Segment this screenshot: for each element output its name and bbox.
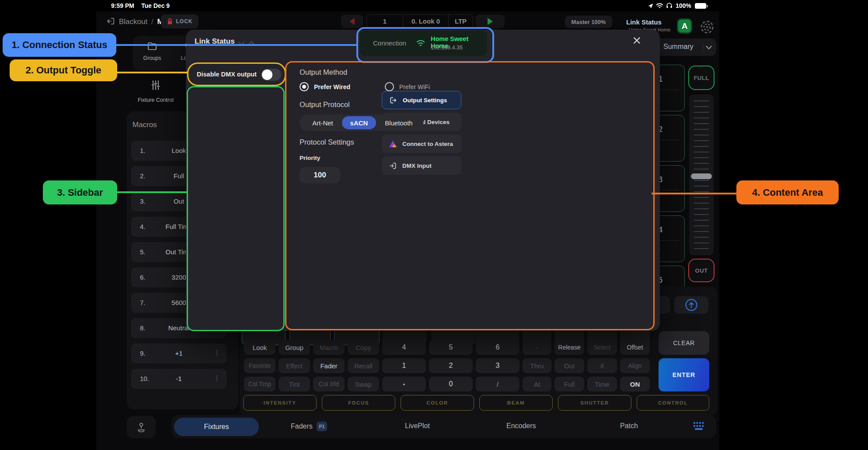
key-slash[interactable]: / [476, 377, 519, 391]
exit-show-icon[interactable] [106, 17, 115, 26]
macro-row[interactable]: 10.-1⋮ [131, 369, 227, 389]
attr-focus-button[interactable]: FOCUS [322, 395, 395, 411]
playback-cue-bar[interactable]: 1 0. Look 0 LTP [366, 14, 473, 28]
reverse-icon [349, 18, 355, 25]
radio-prefer-wifi[interactable]: Prefer WiFi [385, 82, 430, 91]
shift-button[interactable] [674, 296, 708, 314]
key-1[interactable]: 1 [382, 358, 426, 373]
dmx-toggle-row[interactable]: Disable DMX output [191, 65, 284, 84]
key-on[interactable]: ON [620, 377, 650, 391]
key-tint[interactable]: Tint [279, 377, 310, 391]
tab-fixtures[interactable]: Fixtures [174, 418, 259, 436]
dmx-input-icon [389, 162, 397, 170]
key-full[interactable]: Full [554, 377, 584, 391]
key-2[interactable]: 2 [429, 358, 473, 373]
summary-dropdown[interactable]: Summary [654, 38, 716, 56]
fader-out-button[interactable]: OUT [688, 259, 715, 282]
joystick-button[interactable] [127, 416, 156, 438]
protocol-bluetooth[interactable]: Bluetooth [379, 114, 419, 131]
key-4[interactable]: 4 [382, 340, 426, 355]
wifi-green-icon [415, 38, 426, 48]
protocol-sacn[interactable]: sACN [342, 116, 376, 129]
key-look[interactable]: Look [244, 340, 275, 355]
key-5[interactable]: 5 [429, 340, 473, 355]
enter-button[interactable]: ENTER [659, 358, 709, 391]
key-fader[interactable]: Fader [313, 358, 345, 373]
priority-label: Priority [300, 155, 320, 161]
attr-intensity-button[interactable]: INTENSITY [243, 395, 317, 411]
tab-encoders[interactable]: Encoders [506, 422, 536, 430]
key-6[interactable]: 6 [476, 340, 519, 355]
attr-shutter-button[interactable]: SHUTTER [558, 395, 631, 411]
key-align[interactable]: Align [620, 358, 650, 373]
key-out[interactable]: Out [554, 358, 584, 373]
radio-prefer-wired[interactable]: Prefer Wired [300, 82, 350, 91]
key-thru[interactable]: Thru [523, 358, 551, 373]
key-if[interactable]: if [587, 358, 617, 373]
key-col-tmp[interactable]: Col Tmp [244, 377, 275, 391]
key-effect[interactable]: Effect [279, 358, 310, 373]
master-button[interactable]: Master 100% [565, 16, 612, 28]
key-offset[interactable]: Offset [620, 340, 650, 355]
fader-full-button[interactable]: FULL [688, 66, 715, 90]
priority-input[interactable]: 100 [300, 167, 340, 183]
key-swap[interactable]: Swap [348, 377, 379, 391]
key-3[interactable]: 3 [476, 358, 519, 373]
sidebar-item-connect-astera[interactable]: Connect to Astera [382, 135, 461, 153]
attr-control-button[interactable]: CONTROL [637, 395, 709, 411]
radio-selected-icon [300, 82, 309, 91]
macro-menu-icon[interactable]: ⋮ [213, 349, 220, 357]
key-group[interactable]: Group [279, 340, 310, 355]
sidebar-item-dmx-input[interactable]: DMX Input [382, 156, 461, 175]
key-select[interactable]: Select [587, 340, 617, 355]
battery-percent: 100% [676, 2, 691, 9]
link-status-modal: Link Status × Connection Home Sweet Home… [186, 30, 660, 331]
key-favorite[interactable]: Favorite [244, 358, 275, 373]
clear-button[interactable]: CLEAR [659, 331, 709, 355]
modal-close-button[interactable]: × [632, 33, 642, 47]
master-fader-handle[interactable] [691, 173, 712, 179]
battery-icon [695, 3, 706, 9]
key-macro[interactable]: Macro [313, 340, 345, 355]
tab-liveplot[interactable]: LivePlot [405, 422, 430, 430]
tab-patch[interactable]: Patch [620, 422, 638, 430]
output-settings-icon [389, 96, 397, 104]
key-recall[interactable]: Recall [348, 358, 379, 373]
link-status-title[interactable]: Link Status [626, 18, 662, 26]
key-copy[interactable]: Copy [348, 340, 379, 355]
cue-label[interactable]: 0. Look 0 [403, 15, 449, 28]
lock-button[interactable]: LOCK [161, 14, 199, 28]
output-method-heading: Output Method [300, 68, 347, 76]
groups-tab[interactable]: Groups [139, 39, 165, 68]
sidebar-item-output-settings[interactable]: Output Settings [382, 91, 461, 109]
fixture-control-button[interactable]: Fixture Control [129, 80, 182, 107]
dmx-toggle-label: Disable DMX output [197, 71, 257, 78]
key-minus[interactable]: - [523, 340, 551, 355]
macro-row[interactable]: 9.+1⋮ [131, 343, 227, 363]
tab-faders[interactable]: Faders P1 [291, 421, 327, 432]
cue-mode[interactable]: LTP [449, 15, 473, 28]
protocol-artnet[interactable]: Art-Net [306, 114, 340, 131]
attr-color-button[interactable]: COLOR [401, 395, 474, 411]
connection-status[interactable]: Connection Home Sweet Home 192.168.4.35 [360, 31, 487, 56]
key-time[interactable]: Time [587, 377, 617, 391]
macro-menu-icon[interactable]: ⋮ [213, 374, 220, 382]
cue-column[interactable]: 1 [367, 15, 403, 28]
key-dot[interactable]: • [382, 377, 426, 391]
key-0[interactable]: 0 [429, 377, 473, 391]
master-fader-track[interactable] [689, 94, 714, 255]
arrow-up-circle-icon [685, 298, 698, 312]
avatar[interactable]: A [677, 18, 692, 34]
sidebar-item-label: DMX Input [402, 163, 432, 169]
key-col-xfd[interactable]: Col Xfd [313, 377, 345, 391]
radar-icon[interactable] [700, 20, 715, 35]
dmx-toggle-switch[interactable] [261, 69, 281, 81]
playback-back-button[interactable] [341, 15, 363, 28]
attr-beam-button[interactable]: BEAM [479, 395, 553, 411]
key-at[interactable]: At [523, 377, 551, 391]
keypad-grid-icon[interactable] [693, 421, 705, 432]
key-release[interactable]: Release [554, 340, 584, 355]
tab-faders-label: Faders [291, 422, 313, 430]
headphones-icon [666, 2, 673, 9]
playback-go-button[interactable] [476, 15, 505, 28]
